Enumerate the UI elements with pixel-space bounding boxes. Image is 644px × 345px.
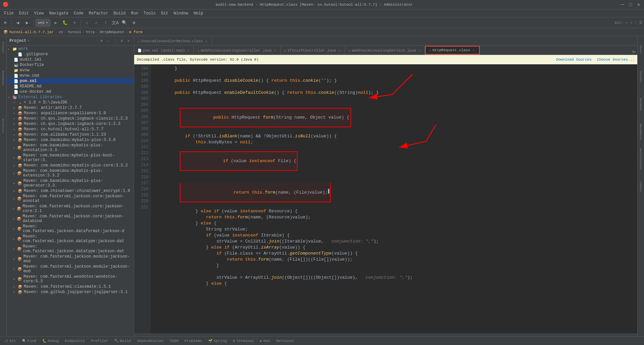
tree-item-gitignore[interactable]: 📄 .gitignore [7,52,134,57]
bc-http[interactable]: http [86,30,95,34]
search-btn[interactable]: 🔍 [120,19,128,27]
menu-refactor[interactable]: Refactor [86,10,111,16]
tree-item-jackson-core[interactable]: ▸ 📦 Maven: com.fasterxml.jackson.core:ja… [7,204,134,214]
menu-build[interactable]: Build [111,10,128,16]
forward-btn[interactable]: ▶ [23,19,31,27]
tree-item-jackson-df[interactable]: ▸ 📦 Maven: com.fasterxml.jackson.datafor… [7,224,134,234]
menu-tools[interactable]: Tools [141,10,158,16]
menu-file[interactable]: File [1,10,16,16]
tree-item-antlr[interactable]: ▸ 📦 Maven: antlr:antlr:2.7.7 [7,105,134,111]
project-icon[interactable]: Project [0,38,6,58]
debug-btn[interactable]: 🐛 [61,19,69,27]
project-dropdown-icon[interactable]: ▾ [28,39,29,43]
tree-item-jackson-mod2[interactable]: ▸ 📦 Maven: com.fasterxml.jackson.module:… [7,264,134,274]
tree-item-mybatisplus-ext[interactable]: ▸ 📦 Maven: com.baomidou:mybatis-plus-ext… [7,168,134,178]
menu-navigate[interactable]: Navigate [46,10,71,16]
gear-icon[interactable]: ⚙ [119,38,124,44]
bottom-tab-profiler[interactable]: Profiler [88,337,111,345]
tree-item-fastjson[interactable]: ▸ 📦 Maven: com.alibaba:fastjson:1.1.23 [7,132,134,137]
bottom-tab-services[interactable]: Services [273,337,297,345]
codota-icon[interactable]: Codota [638,175,644,198]
coverage-btn[interactable]: ⚡ [70,19,78,27]
bc-httprequest[interactable]: HttpRequest [100,30,124,34]
bc-jar-name[interactable]: hutool-all-5.7.7.jar [9,30,54,34]
tree-item-logback-classic[interactable]: ▸ 📦 Maven: ch.qos.logback:logback-classi… [7,116,134,121]
tab-invocable[interactable]: ☕ InvocableHandlerMethod.class ✕ [134,37,212,45]
menu-git[interactable]: Git [158,10,171,16]
tree-item-dockerfile[interactable]: 🐋 Dockerfile [7,62,134,68]
tree-item-work[interactable]: ▸ 📁 work [7,46,134,52]
tree-item-readme[interactable]: 📄 README.md [7,84,134,89]
git-push-btn[interactable]: ✓ [92,19,100,27]
tree-item-auditiml[interactable]: 📄 audit.iml [7,57,134,62]
menu-edit[interactable]: Edit [16,10,32,16]
bottom-tab-problems[interactable]: Problems [182,337,205,345]
tab-close[interactable]: ✕ [204,39,208,43]
bottom-tab-debug[interactable]: 🐛 Debug [40,337,61,345]
tree-item-pomxml[interactable]: 📄 pom.xml [7,78,134,84]
settings-btn[interactable]: ⚙ [130,19,138,27]
bc-cn[interactable]: cn [59,30,63,34]
bottom-tab-terminal[interactable]: ⊞ Terminal [230,337,257,345]
choose-sources-link[interactable]: Choose Sources... [597,58,635,62]
database-icon[interactable]: Database [638,92,644,116]
structure-icon[interactable]: Structure [0,116,6,136]
tree-item-jackson-databind[interactable]: ▸ 📦 Maven: com.fasterxml.jackson.core:ja… [7,214,134,224]
bottom-tab-endpoints[interactable]: Endpoints [62,337,87,345]
tab-webpost[interactable]: ☕ WebPostAccountingController.java ✕ [194,46,280,55]
maven-icon[interactable]: Maven [638,38,644,61]
collapse-btn[interactable]: — [106,38,111,44]
bottom-tab-build[interactable]: 🔨 Build [112,337,133,345]
tree-item-jdk[interactable]: ▸ ☕ < 1.8 > D:\JavaJDK [7,100,134,105]
bottom-tab-todo[interactable]: TODO [167,337,181,345]
menu-help[interactable]: Help [191,10,206,16]
menu-view[interactable]: View [32,10,47,16]
tree-item-hutool[interactable]: ▸ 📦 Maven: cn.hutool:hutool-all:5.7.7 [7,127,134,132]
bottom-tab-git[interactable]: ⎇ Git [1,337,19,345]
tree-item-mybatisplus-ann[interactable]: ▸ 📦 Maven: com.baomidou:mybatis-plus-ann… [7,143,134,153]
tree-item-jsqlparser[interactable]: ▸ 📦 Maven: com.github.jsqlparser:jsqlpar… [7,289,134,295]
bc-form[interactable]: m form [129,30,143,34]
tab-close-if[interactable]: ✕ [337,49,341,53]
tree-item-mybatisplus-gen[interactable]: ▸ 📦 Maven: com.baomidou:mybatis-plus-gen… [7,178,134,188]
bottom-tab-find[interactable]: 🔍 Find [19,337,39,345]
tree-item-mybatisplus[interactable]: ▸ 📦 Maven: com.baomidou:mybatis-plus:3.3… [7,137,134,143]
back-btn[interactable]: ◀ [14,19,22,27]
git-commit-btn[interactable]: ↑ [102,19,110,27]
bottom-tab-spring[interactable]: 🌱 Spring [206,337,230,345]
panther-icon[interactable]: Panther [638,65,644,88]
menu-window[interactable]: Window [171,10,191,16]
tree-item-usedocker[interactable]: 📄 use-docker.md [7,89,134,94]
tree-item-jackson-dt1[interactable]: ▸ 📦 Maven: com.fasterxml.jackson.datatyp… [7,234,134,244]
sort-btn[interactable]: ⋮ [112,38,118,44]
tab-close-http[interactable]: ✕ [472,48,476,52]
tab-close-webpost[interactable]: ✕ [273,49,277,53]
menu-code[interactable]: Code [71,10,86,16]
run-config-dropdown[interactable]: web ▾ [36,19,50,26]
minimize-button[interactable]: ─ [620,2,625,7]
code-content[interactable]: } public HttpRequest disableCookie() { r… [151,64,637,334]
maximize-button[interactable]: □ [628,2,633,7]
tree-item-mybatisplus-core[interactable]: ▸ 📦 Maven: com.baomidou:mybatis-plus-cor… [7,163,134,168]
tree-item-mvnwcmd[interactable]: 📄 mvnw.cmd [7,73,134,78]
close-button[interactable]: ✕ [636,2,641,7]
abookmarks-icon[interactable]: aBookmarks [638,120,644,143]
tree-item-woodstox[interactable]: ▸ 📦 Maven: com.fasterxml.woodstox:woodst… [7,274,134,284]
bc-jar[interactable]: 📦 [3,30,8,34]
download-sources-link[interactable]: Download Sources [556,58,592,62]
tree-item-mvnw[interactable]: 📁 mvnw [7,68,134,73]
tab-webpostservice[interactable]: ☕ WebPostAccountingService.java ✕ [345,46,425,55]
bottom-tab-run[interactable]: ▶ Run [257,337,273,345]
notifications-icon[interactable]: Notifications [638,147,644,171]
tab-close-pom[interactable]: ✕ [186,49,190,53]
menu-run[interactable]: Run [128,10,141,16]
tree-item-aopalliance[interactable]: ▸ 📦 Maven: aopalliance:aopalliance:1.0 [7,111,134,116]
tree-item-classmate[interactable]: ▸ 📦 Maven: com.fasterxml:classmate:1.5.1 [7,284,134,289]
bc-hutool[interactable]: hutool [68,30,81,34]
tree-item-jackson-annot[interactable]: ▸ 📦 Maven: com.fasterxml.jackson.core:ja… [7,194,134,204]
tab-close-service[interactable]: ✕ [417,49,421,53]
git-update-btn[interactable]: ✓ [83,19,91,27]
tree-item-chinatower[interactable]: ▸ 📦 Maven: com.chinatower:chinatower_enc… [7,188,134,194]
recent-files-btn[interactable]: ⊕ [1,19,9,27]
bookmarks-icon[interactable]: Bookmarks [0,68,6,88]
